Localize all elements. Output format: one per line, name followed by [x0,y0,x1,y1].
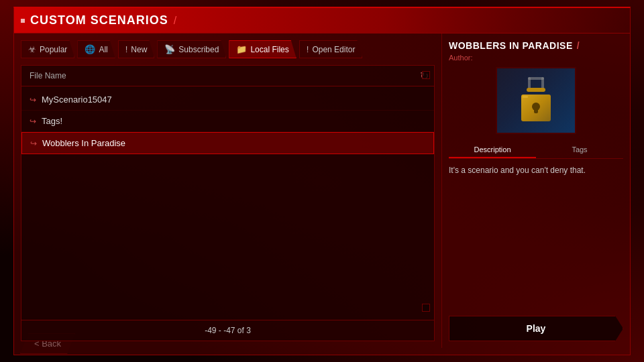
editor-icon: ! [307,44,309,54]
folder-icon: 📁 [236,44,247,54]
list-item-selected[interactable]: ↪ Wobblers In Paradise [21,132,434,154]
list-header: File Name [21,66,434,86]
tab-open-editor[interactable]: ! Open Editor [299,40,363,58]
tab-description-label: Description [474,145,511,154]
play-button[interactable]: Play [449,316,623,341]
tab-tags[interactable]: Tags [536,142,623,158]
subscribe-icon: 📡 [164,44,175,54]
svg-rect-6 [534,107,538,113]
list-item[interactable]: ↪ Tags! [21,111,434,132]
tab-local-label: Local Files [250,45,288,54]
item-name: MyScenario15047 [42,95,112,105]
tab-editor-label: Open Editor [312,45,355,54]
detail-tab-bar: Description Tags [449,142,623,159]
thumbnail-image [497,68,575,133]
content-area: ☣ Popular 🌐 All ! New 📡 Subscribed 📁 [14,34,630,348]
scenario-title-text: WOBBLERS IN PARADISE [449,40,573,51]
right-panel: WOBBLERS IN PARADISE / Author: [442,34,630,348]
main-window: CUSTOM SCENARIOS / ☣ Popular 🌐 All ! New [13,7,631,355]
page-title: CUSTOM SCENARIOS [30,13,168,27]
list-item[interactable]: ↪ MyScenario15047 [21,89,434,111]
scenario-title: WOBBLERS IN PARADISE / [449,40,623,51]
author-label: Author: [449,54,623,62]
svg-rect-3 [527,88,545,92]
tab-popular[interactable]: ☣ Popular [21,40,74,58]
tab-all-label: All [99,45,107,54]
header-checkbox[interactable] [422,71,430,79]
item-name: Wobblers In Paradise [42,138,125,148]
title-decorator: / [174,15,176,27]
globe-icon: 🌐 [85,44,95,54]
tab-new[interactable]: ! New [118,40,155,58]
item-arrow-icon: ↪ [30,117,36,126]
tab-subscribed[interactable]: 📡 Subscribed [157,40,226,58]
scenario-title-arrow: / [577,40,580,51]
item-name: Tags! [42,116,62,126]
svg-rect-7 [523,96,528,98]
title-bar: CUSTOM SCENARIOS / [14,8,630,34]
item-arrow-icon: ↪ [30,95,36,105]
item-arrow-icon: ↪ [30,139,37,148]
lock-icon [516,76,556,126]
scenario-list: ↻ File Name ↪ MyScenario15047 ↪ Tags! [21,65,435,320]
tab-all[interactable]: 🌐 All [77,40,115,58]
scroll-checkbox[interactable] [422,304,430,312]
tab-bar: ☣ Popular 🌐 All ! New 📡 Subscribed 📁 [21,40,435,58]
tab-new-label: New [131,45,147,54]
tab-tags-label: Tags [572,145,587,154]
tab-description[interactable]: Description [449,142,536,158]
tab-local-files[interactable]: 📁 Local Files [229,40,296,58]
scenario-thumbnail [496,67,576,134]
pagination-bar: -49 - -47 of 3 [21,320,435,341]
column-filename: File Name [30,71,66,80]
exclamation-icon: ! [125,44,128,54]
tab-subscribed-label: Subscribed [178,45,219,54]
biohazard-icon: ☣ [28,44,36,54]
left-panel: ☣ Popular 🌐 All ! New 📡 Subscribed 📁 [14,34,442,348]
tab-popular-label: Popular [40,45,67,54]
pagination-text: -49 - -47 of 3 [205,326,251,335]
play-button-label: Play [527,323,546,334]
list-scroll-area[interactable]: ↪ MyScenario15047 ↪ Tags! ↪ Wobblers In … [21,86,434,320]
description-text: It's a scenario and you can't deny that. [449,164,623,316]
